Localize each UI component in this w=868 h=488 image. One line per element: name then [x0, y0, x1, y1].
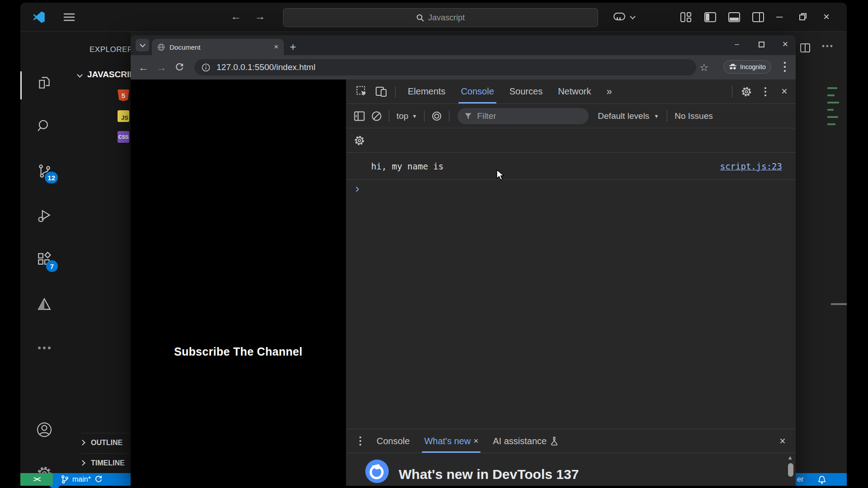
log-levels-dropdown[interactable]: Default levels▼ [593, 111, 663, 121]
chrome-content: Subscribe The Channel Elements Console S… [131, 80, 796, 486]
url-bar[interactable]: 127.0.0.1:5500/index.html [194, 59, 696, 75]
divider [667, 110, 667, 122]
history-forward-button[interactable]: → [255, 10, 265, 23]
vscode-logo-icon [33, 11, 45, 23]
tab-list-chevron-button[interactable] [136, 39, 149, 52]
minimap-mark [827, 94, 835, 96]
flask-icon [550, 436, 558, 446]
devtools-settings-gear-icon[interactable] [738, 86, 755, 97]
more-views-ellipsis-icon[interactable] [20, 331, 68, 365]
context-selector[interactable]: top▼ [393, 111, 420, 121]
account-icon[interactable] [20, 413, 68, 447]
drawer-menu-dots-icon[interactable] [352, 436, 369, 446]
web-page: Subscribe The Channel [131, 80, 346, 486]
drawer-tab-close-icon[interactable]: × [473, 436, 478, 446]
devtools-tab-sources[interactable]: Sources [503, 80, 549, 103]
console-source-link[interactable]: script.js:23 [720, 161, 782, 171]
incognito-badge: Incognito [723, 60, 771, 74]
minimap-mark [827, 116, 838, 118]
tab-close-icon[interactable]: × [274, 42, 278, 52]
scrollbar-up-arrow[interactable]: ▲ [787, 454, 793, 461]
site-info-icon[interactable] [202, 63, 210, 72]
devtools-close-icon[interactable]: × [776, 85, 793, 98]
bookmark-star-icon[interactable]: ☆ [699, 61, 709, 74]
console-prompt-chevron: › [355, 183, 359, 194]
statusbar-partial-label[interactable]: er [797, 473, 803, 486]
explorer-icon[interactable] [20, 66, 68, 100]
drawer-tab-whats-new[interactable]: What's new × [417, 429, 485, 453]
whats-new-heading: What's new in DevTools 137 [399, 467, 579, 482]
scrollbar-thumb[interactable] [788, 463, 793, 477]
menu-hamburger-icon[interactable] [63, 13, 75, 22]
browser-forward-icon[interactable]: → [152, 61, 170, 74]
console-input-row[interactable]: › [346, 180, 796, 197]
chrome-close-button[interactable]: × [775, 35, 796, 53]
console-empty-area[interactable] [346, 197, 796, 429]
notifications-bell-icon[interactable] [817, 473, 826, 486]
device-toolbar-icon[interactable] [373, 86, 390, 97]
tab-title: Document [170, 43, 200, 51]
editor-more-actions-icon[interactable] [822, 45, 833, 47]
source-control-icon[interactable]: 12 [20, 154, 68, 188]
browser-reload-icon[interactable] [170, 63, 189, 72]
vscode-close-button[interactable]: × [815, 3, 838, 31]
browser-tab-document[interactable]: Document × [152, 39, 284, 55]
search-icon [416, 14, 424, 22]
devtools-menu-dots-icon[interactable] [757, 87, 774, 97]
more-tabs-chevron[interactable]: » [600, 80, 619, 103]
console-sidebar-toggle-icon[interactable] [351, 111, 368, 121]
split-editor-icon[interactable] [800, 43, 810, 52]
activity-bar: 12 7 1 [20, 32, 68, 473]
chevron-right-icon [80, 440, 85, 446]
run-debug-icon[interactable] [20, 198, 68, 233]
drawer-tab-console[interactable]: Console [370, 429, 416, 453]
extensions-icon[interactable]: 7 [20, 242, 68, 277]
copilot-icon[interactable] [613, 12, 626, 23]
history-back-button[interactable]: ← [231, 10, 241, 23]
toggle-secondary-sidebar-icon[interactable] [752, 12, 764, 22]
vscode-maximize-button[interactable] [791, 3, 815, 31]
search-view-icon[interactable] [20, 109, 68, 143]
vscode-titlebar: ← → Javascript ─ [20, 3, 847, 32]
copilot-chevron-down-icon[interactable] [630, 14, 636, 19]
toggle-panel-icon[interactable] [728, 12, 740, 22]
inspect-element-icon[interactable] [354, 86, 371, 98]
extensions-badge: 7 [46, 260, 58, 272]
devtools-tab-console[interactable]: Console [454, 80, 500, 103]
chrome-minimize-button[interactable]: – [726, 35, 747, 53]
editor-scrollbar[interactable] [831, 303, 847, 305]
remote-indicator[interactable]: >< [20, 473, 53, 486]
customize-layout-icon[interactable] [680, 12, 692, 22]
drawer-tab-ai-assistance[interactable]: AI assistance [486, 429, 565, 453]
git-branch-item[interactable]: main* [61, 473, 103, 486]
live-expression-eye-icon[interactable] [428, 111, 445, 121]
devtools-tab-elements[interactable]: Elements [401, 80, 452, 103]
drawer-close-icon[interactable]: × [774, 435, 791, 447]
toggle-sidebar-icon[interactable] [704, 12, 716, 22]
console-settings-gear-icon[interactable] [351, 135, 368, 146]
clear-console-icon[interactable] [368, 111, 385, 122]
chrome-toolbar: ← → 127.0.0.1:5500/index.html ☆ Incognit… [131, 55, 796, 80]
browser-back-icon[interactable]: ← [134, 61, 152, 74]
globe-favicon [157, 43, 165, 51]
incognito-icon [729, 64, 737, 70]
chrome-maximize-button[interactable] [751, 35, 772, 53]
console-settings-row [346, 128, 796, 153]
divider [732, 86, 732, 98]
devtools-logo-icon [365, 460, 389, 483]
branch-name: main* [72, 475, 91, 483]
branch-icon [61, 475, 69, 484]
devtools-tab-network[interactable]: Network [551, 80, 598, 103]
vscode-minimize-button[interactable]: ─ [768, 3, 791, 31]
chevron-down-icon [77, 72, 83, 78]
console-filter-input[interactable]: Filter [458, 108, 589, 124]
command-search-box[interactable]: Javascript [283, 8, 598, 27]
issues-counter[interactable]: No Issues [671, 111, 716, 121]
explorer-sidebar: EXPLORER JAVASCRIPT 5 index.html JS scri… [68, 32, 131, 473]
console-toolbar: top▼ Filter Default levels▼ No [346, 104, 796, 128]
browser-menu-dots-icon[interactable] [783, 61, 786, 72]
prism-extension-icon[interactable] [20, 287, 68, 322]
console-message: hi, my name is [371, 161, 443, 171]
incognito-label: Incognito [740, 63, 766, 70]
new-tab-button[interactable]: + [290, 41, 296, 53]
